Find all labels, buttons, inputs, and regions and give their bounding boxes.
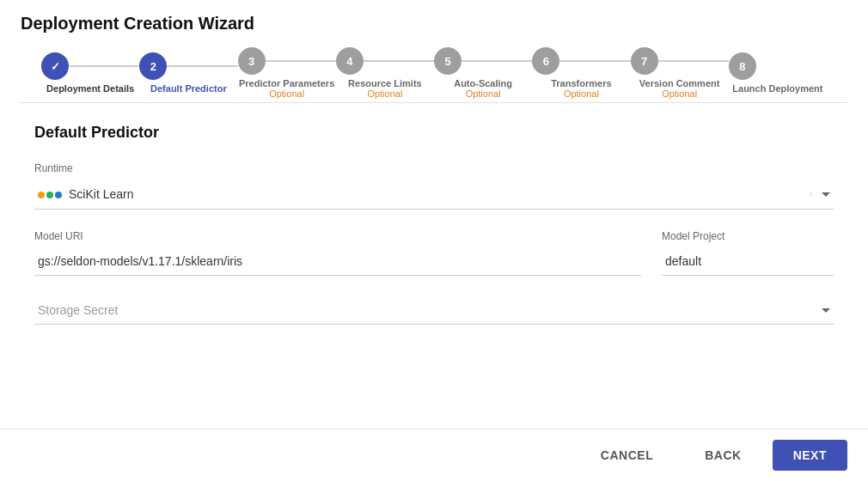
next-button[interactable]: NEXT xyxy=(773,440,847,471)
page: Deployment Creation Wizard ✓ Deployment … xyxy=(0,0,868,481)
line-4 xyxy=(364,60,434,62)
storage-secret-select[interactable]: Storage Secret xyxy=(34,296,834,325)
step-6[interactable]: 6 Transformers Optional xyxy=(532,47,630,99)
storage-chevron-icon xyxy=(822,308,830,313)
storage-secret-group: Storage Secret xyxy=(34,296,834,325)
step-circle-1: ✓ xyxy=(41,52,69,80)
section-title: Default Predictor xyxy=(34,124,834,142)
line-2 xyxy=(167,65,237,67)
line-7 xyxy=(658,60,729,62)
step-circle-8: 8 xyxy=(729,52,756,80)
step-label-4: Resource Limits Optional xyxy=(348,78,422,99)
step-label-8: Launch Deployment xyxy=(732,83,822,94)
storage-secret-placeholder: Storage Secret xyxy=(38,303,118,317)
step-label-5: Auto-Scaling Optional xyxy=(453,78,513,99)
step-circle-7: 7 xyxy=(631,47,658,75)
model-project-input[interactable] xyxy=(662,247,834,276)
step-1[interactable]: ✓ Deployment Details xyxy=(41,52,139,94)
stepper: ✓ Deployment Details 2 Default Predictor xyxy=(21,47,847,99)
model-project-group: Model Project xyxy=(662,230,834,276)
step-4[interactable]: 4 Resource Limits Optional xyxy=(336,47,434,99)
step-circle-4: 4 xyxy=(336,47,364,75)
step-5[interactable]: 5 Auto-Scaling Optional xyxy=(434,47,532,99)
step-label-6: Transformers Optional xyxy=(551,78,611,99)
back-button[interactable]: BACK xyxy=(684,440,761,471)
step-label-7: Version Comment Optional xyxy=(639,78,720,99)
runtime-group: Runtime SciKit Learn xyxy=(34,162,834,210)
step-label-2: Default Predictor xyxy=(150,83,227,94)
chevron-down-icon xyxy=(822,192,830,197)
step-circle-6: 6 xyxy=(532,47,559,75)
line-5 xyxy=(462,60,532,62)
main-content: Default Predictor Runtime SciKit Learn xyxy=(0,103,868,429)
footer: CANCEL BACK NEXT xyxy=(0,429,868,481)
step-label-3: Predictor Parameters Optional xyxy=(239,78,334,99)
model-uri-label: Model URI xyxy=(34,230,641,242)
step-circle-5: 5 xyxy=(434,47,462,75)
header: Deployment Creation Wizard ✓ Deployment … xyxy=(0,0,868,102)
runtime-select-inner: SciKit Learn xyxy=(38,186,133,202)
line-6 xyxy=(559,60,630,62)
step-circle-2: 2 xyxy=(139,52,167,80)
step-7[interactable]: 7 Version Comment Optional xyxy=(631,47,729,99)
step-2[interactable]: 2 Default Predictor xyxy=(139,52,237,94)
runtime-label: Runtime xyxy=(34,162,834,174)
model-uri-group: Model URI xyxy=(34,230,641,276)
cancel-button[interactable]: CANCEL xyxy=(580,440,674,471)
runtime-value: SciKit Learn xyxy=(69,187,133,201)
step-label-1: Deployment Details xyxy=(46,83,134,94)
step-8[interactable]: 8 Launch Deployment xyxy=(729,52,827,94)
model-uri-input[interactable] xyxy=(34,247,641,276)
page-title: Deployment Creation Wizard xyxy=(21,14,847,33)
step-circle-3: 3 xyxy=(238,47,266,75)
model-project-label: Model Project xyxy=(662,230,834,242)
runtime-select[interactable]: SciKit Learn xyxy=(34,180,834,210)
line-3 xyxy=(266,60,336,62)
step-3[interactable]: 3 Predictor Parameters Optional xyxy=(238,47,336,99)
line-1 xyxy=(69,65,139,67)
scikit-icon xyxy=(38,186,62,202)
model-row: Model URI Model Project xyxy=(34,230,834,276)
